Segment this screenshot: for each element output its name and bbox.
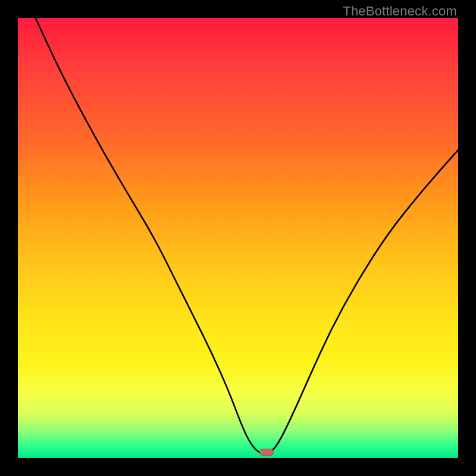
chart-frame: TheBottleneck.com xyxy=(0,0,476,476)
optimal-point-marker xyxy=(259,449,274,456)
watermark-text: TheBottleneck.com xyxy=(343,4,457,19)
plot-area xyxy=(18,18,458,458)
bottleneck-curve xyxy=(18,18,458,458)
